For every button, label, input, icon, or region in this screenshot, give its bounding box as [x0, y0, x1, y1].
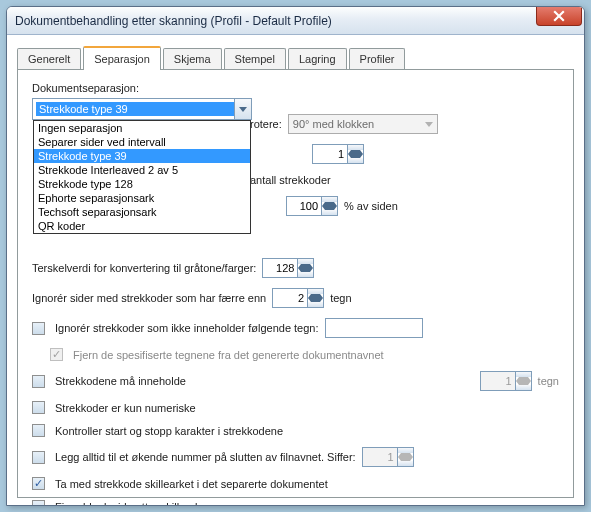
increment-stepper — [362, 447, 414, 467]
dialog-window: Dokumentbehandling etter skanning (Profi… — [6, 6, 585, 506]
remove-chars-label: Fjern de spesifiserte tegnene fra det ge… — [73, 349, 384, 361]
numeric-checkbox[interactable] — [32, 401, 45, 414]
barcode-count-fragment: antall strekkoder — [250, 174, 331, 186]
option-interleaved[interactable]: Strekkode Interleaved 2 av 5 — [34, 163, 250, 177]
chevron-down-icon — [425, 122, 433, 127]
option-techsoft[interactable]: Techsoft separasjonsark — [34, 205, 250, 219]
percent-input[interactable] — [287, 197, 321, 215]
threshold-row: Terskelverdi for konvertering til gråton… — [32, 258, 559, 278]
spinner[interactable] — [297, 259, 313, 277]
startstop-label: Kontroller start og stopp karakter i str… — [55, 425, 283, 437]
close-button[interactable] — [536, 6, 582, 26]
option-code39[interactable]: Strekkode type 39 — [34, 149, 250, 163]
remove-chars-checkbox — [50, 348, 63, 361]
ignore-chars-row: Ignorér strekkoder som ikke inneholder f… — [32, 318, 559, 338]
combo-dropdown-list: Ingen separasjon Separer sider ved inter… — [33, 120, 251, 234]
chevron-down-icon — [239, 107, 247, 112]
ignore-fewer-stepper[interactable] — [272, 288, 324, 308]
increment-row: Legg alltid til et økende nummer på slut… — [32, 447, 559, 467]
titlebar: Dokumentbehandling etter skanning (Profi… — [7, 7, 584, 35]
spinner[interactable] — [347, 145, 363, 163]
tab-separasjon[interactable]: Separasjon — [83, 46, 161, 70]
increment-checkbox[interactable] — [32, 451, 45, 464]
option-code128[interactable]: Strekkode type 128 — [34, 177, 250, 191]
tab-stempel[interactable]: Stempel — [224, 48, 286, 69]
tab-profiler[interactable]: Profiler — [349, 48, 406, 69]
remove-chars-row: Fjern de spesifiserte tegnene fra det ge… — [50, 348, 559, 361]
option-ephorte[interactable]: Ephorte separasjonsark — [34, 191, 250, 205]
option-interval[interactable]: Separer sider ved intervall — [34, 135, 250, 149]
percent-stepper[interactable] — [286, 196, 338, 216]
tab-generelt[interactable]: Generelt — [17, 48, 81, 69]
tab-pane: Dokumentseparasjon: Strekkode type 39 In… — [17, 70, 574, 498]
increment-label: Legg alltid til et økende nummer på slut… — [55, 451, 356, 463]
percent-suffix: % av siden — [344, 200, 398, 212]
option-qr[interactable]: QR koder — [34, 219, 250, 233]
spinner — [515, 372, 531, 390]
ignore-fewer-row: Ignorér sider med strekkoder som har fær… — [32, 288, 559, 308]
increment-input — [363, 448, 397, 466]
spinner — [397, 448, 413, 466]
spinner[interactable] — [321, 197, 337, 215]
ignore-fewer-label: Ignorér sider med strekkoder som har fær… — [32, 292, 266, 304]
threshold-stepper[interactable] — [262, 258, 314, 278]
ignore-chars-label: Ignorér strekkoder som ikke inneholder f… — [55, 322, 319, 334]
numeric-row: Strekkoder er kun numeriske — [32, 401, 559, 414]
include-separator-checkbox[interactable] — [32, 477, 45, 490]
option-no-separation[interactable]: Ingen separasjon — [34, 121, 250, 135]
num1-stepper[interactable] — [312, 144, 364, 164]
rotate-label-fragment: rotere: — [250, 118, 282, 130]
ignore-chars-input[interactable] — [325, 318, 423, 338]
must-contain-label: Strekkodene må inneholde — [55, 375, 186, 387]
must-contain-stepper — [480, 371, 532, 391]
tab-skjema[interactable]: Skjema — [163, 48, 222, 69]
ignore-fewer-suffix: tegn — [330, 292, 351, 304]
threshold-input[interactable] — [263, 259, 297, 277]
rotate-select[interactable]: 90° med klokken — [288, 114, 438, 134]
must-contain-suffix: tegn — [538, 375, 559, 387]
content-area: Generelt Separasjon Skjema Stempel Lagri… — [7, 35, 584, 502]
must-contain-checkbox[interactable] — [32, 375, 45, 388]
window-title: Dokumentbehandling etter skanning (Profi… — [13, 14, 332, 28]
numeric-label: Strekkoder er kun numeriske — [55, 402, 196, 414]
startstop-checkbox[interactable] — [32, 424, 45, 437]
include-separator-row: Ta med strekkode skillearket i det separ… — [32, 477, 559, 490]
num1-input[interactable] — [313, 145, 347, 163]
ignore-fewer-input[interactable] — [273, 289, 307, 307]
include-separator-label: Ta med strekkode skillearket i det separ… — [55, 478, 328, 490]
blank-checkbox[interactable] — [32, 500, 45, 506]
tab-lagring[interactable]: Lagring — [288, 48, 347, 69]
spinner[interactable] — [307, 289, 323, 307]
must-contain-row: Strekkodene må inneholde tegn — [32, 371, 559, 391]
blank-row: Fjern blank side etter skilleark — [32, 500, 559, 506]
threshold-label: Terskelverdi for konvertering til gråton… — [32, 262, 256, 274]
startstop-row: Kontroller start og stopp karakter i str… — [32, 424, 559, 437]
ignore-chars-checkbox[interactable] — [32, 322, 45, 335]
rotate-value: 90° med klokken — [293, 118, 374, 130]
separation-label: Dokumentseparasjon: — [32, 82, 559, 94]
close-icon — [553, 10, 565, 22]
must-contain-input — [481, 372, 515, 390]
blank-label: Fjern blank side etter skilleark — [55, 501, 201, 507]
tabstrip: Generelt Separasjon Skjema Stempel Lagri… — [17, 45, 574, 70]
